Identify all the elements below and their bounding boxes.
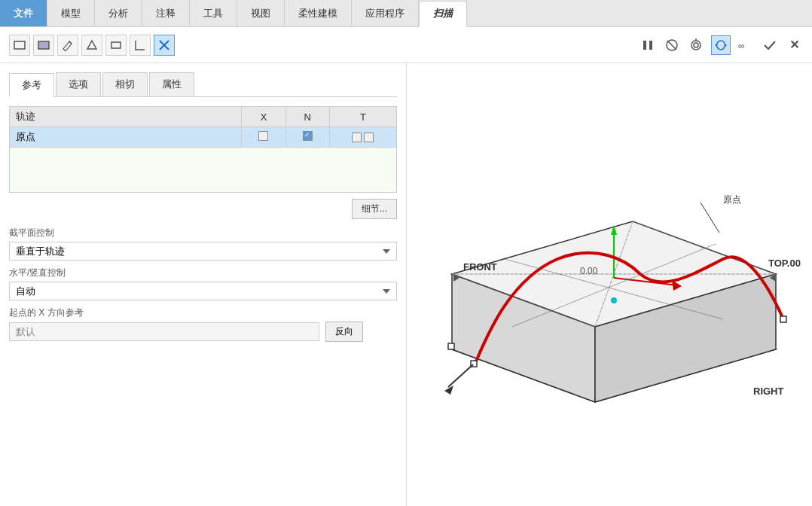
- tab-options[interactable]: 选项: [56, 72, 101, 96]
- menu-item-file[interactable]: 文件: [0, 0, 47, 26]
- confirm-icon[interactable]: [761, 36, 779, 54]
- svg-text:FRONT: FRONT: [463, 261, 497, 273]
- svg-text:∞: ∞: [738, 41, 745, 51]
- x-direction-label: 起点的 X 方向参考: [9, 306, 397, 319]
- horizontal-control-group: 水平/竖直控制 自动 X轨迹 曲线: [9, 267, 397, 300]
- x-checkbox[interactable]: [258, 131, 268, 141]
- box-tool-btn[interactable]: [105, 35, 127, 56]
- svg-rect-8: [649, 41, 652, 50]
- left-panel: 参考 选项 相切 属性 轨迹 X: [0, 63, 407, 506]
- svg-line-2: [69, 41, 72, 44]
- corner-tool-btn[interactable]: [130, 35, 151, 56]
- x-direction-group: 起点的 X 方向参考 反向: [9, 306, 397, 342]
- svg-rect-1: [38, 41, 49, 49]
- empty-row: [10, 148, 397, 193]
- content-area: 参考 选项 相切 属性 轨迹 X: [0, 63, 812, 506]
- menu-item-model[interactable]: 模型: [47, 0, 95, 26]
- svg-rect-7: [643, 41, 646, 50]
- track-table: 轨迹 X N T 原点: [9, 106, 397, 193]
- menu-item-tools[interactable]: 工具: [190, 0, 237, 26]
- svg-rect-4: [111, 42, 121, 48]
- rotate-icon[interactable]: [687, 36, 705, 54]
- x-direction-input-row: 反向: [9, 322, 397, 342]
- horizontal-control-select[interactable]: 自动 X轨迹 曲线: [9, 282, 397, 300]
- toolbar: ∞ ✕: [0, 27, 812, 63]
- tab-properties[interactable]: 属性: [149, 72, 194, 96]
- menu-item-analysis[interactable]: 分析: [95, 0, 142, 26]
- tab-reference[interactable]: 参考: [9, 73, 54, 97]
- rectangle-tool-btn[interactable]: [9, 35, 30, 56]
- svg-marker-3: [87, 41, 96, 49]
- pause-icon[interactable]: [639, 36, 657, 54]
- viewport: 0.00 FRONT RIGHT TOP.00 原点: [407, 63, 812, 506]
- t2-checkbox[interactable]: [364, 133, 374, 142]
- filled-rect-tool-btn[interactable]: [33, 35, 54, 56]
- tab-bar: 参考 选项 相切 属性: [9, 72, 397, 97]
- cancel-icon[interactable]: ✕: [785, 36, 803, 54]
- x-direction-input[interactable]: [9, 322, 319, 341]
- detail-btn-row: 细节...: [9, 199, 397, 219]
- section-control-group: 截平面控制 垂直于轨迹 垂直于投影 恒定法向: [9, 227, 397, 261]
- svg-text:原点: 原点: [723, 194, 741, 205]
- svg-text:0.00: 0.00: [580, 266, 598, 276]
- stop-icon[interactable]: [663, 36, 681, 54]
- svg-point-12: [694, 43, 698, 47]
- detail-button[interactable]: 细节...: [352, 199, 397, 219]
- track-x-cell[interactable]: [242, 127, 285, 148]
- loop-icon[interactable]: ∞: [737, 36, 755, 54]
- menu-item-view[interactable]: 视图: [237, 0, 285, 26]
- triangle-tool-btn[interactable]: [81, 35, 102, 56]
- t1-checkbox[interactable]: [352, 133, 362, 142]
- tab-tangent[interactable]: 相切: [102, 72, 148, 96]
- menu-item-apps[interactable]: 应用程序: [352, 0, 419, 26]
- col-header-track: 轨迹: [10, 107, 242, 127]
- track-name-cell: 原点: [10, 127, 242, 148]
- toolbar-right: ∞ ✕: [639, 35, 803, 55]
- svg-line-10: [667, 41, 676, 50]
- menu-bar: 文件 模型 分析 注释 工具 视图 柔性建模 应用程序 扫描: [0, 0, 812, 27]
- diagonal-tool-btn[interactable]: [154, 35, 175, 56]
- pencil-tool-btn[interactable]: [57, 35, 78, 56]
- section-control-wrapper: 垂直于轨迹 垂直于投影 恒定法向: [9, 242, 397, 261]
- track-n-cell[interactable]: [285, 127, 329, 148]
- viewport-svg: 0.00 FRONT RIGHT TOP.00 原点: [407, 63, 812, 506]
- svg-text:RIGHT: RIGHT: [753, 386, 784, 397]
- horizontal-control-wrapper: 自动 X轨迹 曲线: [9, 282, 397, 300]
- track-t-cell[interactable]: [329, 127, 396, 148]
- reverse-button[interactable]: 反向: [325, 322, 363, 342]
- menu-item-flex-model[interactable]: 柔性建模: [285, 0, 352, 26]
- svg-rect-35: [780, 316, 786, 322]
- svg-rect-47: [448, 343, 454, 349]
- horizontal-control-label: 水平/竖直控制: [9, 267, 397, 279]
- menu-item-annotation[interactable]: 注释: [142, 0, 190, 26]
- menu-item-scan[interactable]: 扫描: [419, 1, 467, 27]
- col-header-n: N: [285, 107, 329, 127]
- col-header-t: T: [329, 107, 396, 127]
- svg-text:TOP.00: TOP.00: [768, 258, 801, 269]
- section-control-label: 截平面控制: [9, 227, 397, 239]
- svg-point-32: [611, 297, 617, 303]
- col-header-x: X: [242, 107, 285, 127]
- flip-icon[interactable]: [711, 35, 731, 55]
- n-checkbox[interactable]: [303, 131, 313, 141]
- toolbar-left: [9, 35, 636, 56]
- svg-rect-0: [14, 41, 25, 49]
- section-control-select[interactable]: 垂直于轨迹 垂直于投影 恒定法向: [9, 242, 397, 261]
- right-panel: 0.00 FRONT RIGHT TOP.00 原点: [407, 63, 812, 506]
- svg-point-11: [691, 41, 701, 50]
- table-row[interactable]: 原点: [10, 127, 397, 148]
